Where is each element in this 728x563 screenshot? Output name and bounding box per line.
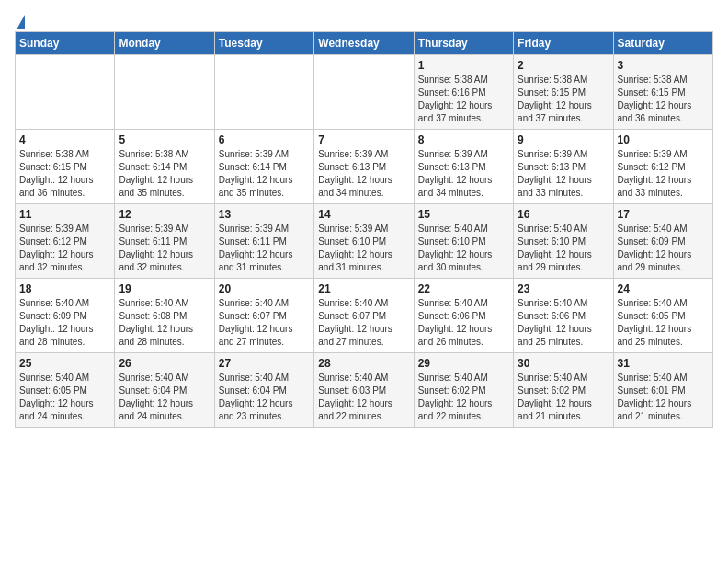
calendar-day-cell: 8Sunrise: 5:39 AM Sunset: 6:13 PM Daylig… (414, 130, 513, 204)
day-info-text: Sunrise: 5:40 AM Sunset: 6:02 PM Dayligh… (518, 372, 609, 423)
day-info-text: Sunrise: 5:40 AM Sunset: 6:04 PM Dayligh… (219, 372, 310, 423)
day-number: 16 (518, 208, 609, 221)
calendar-day-cell: 27Sunrise: 5:40 AM Sunset: 6:04 PM Dayli… (214, 353, 313, 428)
calendar-day-cell: 16Sunrise: 5:40 AM Sunset: 6:10 PM Dayli… (514, 204, 613, 279)
calendar-day-cell (214, 55, 313, 130)
day-info-text: Sunrise: 5:40 AM Sunset: 6:05 PM Dayligh… (618, 297, 709, 349)
day-number: 6 (219, 133, 310, 146)
day-number: 20 (219, 282, 310, 295)
calendar-day-cell: 24Sunrise: 5:40 AM Sunset: 6:05 PM Dayli… (613, 279, 712, 353)
day-info-text: Sunrise: 5:39 AM Sunset: 6:14 PM Dayligh… (219, 148, 310, 200)
calendar-day-cell: 31Sunrise: 5:40 AM Sunset: 6:01 PM Dayli… (613, 353, 712, 428)
day-info-text: Sunrise: 5:39 AM Sunset: 6:13 PM Dayligh… (318, 148, 409, 200)
day-info-text: Sunrise: 5:40 AM Sunset: 6:01 PM Dayligh… (618, 372, 709, 423)
day-info-text: Sunrise: 5:40 AM Sunset: 6:07 PM Dayligh… (318, 297, 409, 349)
day-info-text: Sunrise: 5:39 AM Sunset: 6:12 PM Dayligh… (618, 148, 709, 200)
day-number: 17 (618, 208, 709, 221)
calendar-day-cell: 26Sunrise: 5:40 AM Sunset: 6:04 PM Dayli… (115, 353, 214, 428)
day-number: 14 (318, 208, 409, 221)
calendar-day-cell: 1Sunrise: 5:38 AM Sunset: 6:16 PM Daylig… (414, 55, 513, 130)
calendar-day-cell: 3Sunrise: 5:38 AM Sunset: 6:15 PM Daylig… (613, 55, 712, 130)
day-of-week-header: Monday (115, 32, 214, 55)
day-info-text: Sunrise: 5:40 AM Sunset: 6:04 PM Dayligh… (119, 372, 210, 423)
day-info-text: Sunrise: 5:38 AM Sunset: 6:15 PM Dayligh… (618, 74, 709, 125)
calendar-day-cell: 7Sunrise: 5:39 AM Sunset: 6:13 PM Daylig… (314, 130, 414, 204)
calendar-day-cell (115, 55, 214, 130)
day-info-text: Sunrise: 5:40 AM Sunset: 6:07 PM Dayligh… (219, 297, 310, 349)
day-number: 26 (119, 357, 210, 370)
day-number: 2 (518, 59, 609, 72)
calendar-day-cell: 22Sunrise: 5:40 AM Sunset: 6:06 PM Dayli… (414, 279, 513, 353)
day-of-week-header: Saturday (613, 32, 712, 55)
day-info-text: Sunrise: 5:40 AM Sunset: 6:03 PM Dayligh… (318, 372, 409, 423)
day-info-text: Sunrise: 5:40 AM Sunset: 6:05 PM Dayligh… (19, 372, 110, 423)
calendar-day-cell (314, 55, 414, 130)
calendar-day-cell: 11Sunrise: 5:39 AM Sunset: 6:12 PM Dayli… (16, 204, 115, 279)
day-of-week-header: Sunday (16, 32, 115, 55)
day-number: 28 (318, 357, 409, 370)
day-number: 30 (518, 357, 609, 370)
day-number: 21 (318, 282, 409, 295)
calendar-week-row: 18Sunrise: 5:40 AM Sunset: 6:09 PM Dayli… (16, 279, 713, 353)
calendar-day-cell: 2Sunrise: 5:38 AM Sunset: 6:15 PM Daylig… (514, 55, 613, 130)
day-info-text: Sunrise: 5:38 AM Sunset: 6:15 PM Dayligh… (518, 74, 609, 125)
calendar-day-cell: 9Sunrise: 5:39 AM Sunset: 6:13 PM Daylig… (514, 130, 613, 204)
day-number: 25 (19, 357, 110, 370)
day-of-week-header: Thursday (414, 32, 513, 55)
day-of-week-header: Wednesday (314, 32, 414, 55)
calendar-week-row: 11Sunrise: 5:39 AM Sunset: 6:12 PM Dayli… (16, 204, 713, 279)
day-number: 29 (418, 357, 509, 370)
day-number: 12 (119, 208, 210, 221)
day-of-week-header: Tuesday (214, 32, 313, 55)
day-number: 3 (618, 59, 709, 72)
day-info-text: Sunrise: 5:39 AM Sunset: 6:12 PM Dayligh… (19, 223, 110, 274)
calendar-day-cell: 20Sunrise: 5:40 AM Sunset: 6:07 PM Dayli… (214, 279, 313, 353)
calendar-day-cell: 17Sunrise: 5:40 AM Sunset: 6:09 PM Dayli… (613, 204, 712, 279)
calendar-day-cell: 18Sunrise: 5:40 AM Sunset: 6:09 PM Dayli… (16, 279, 115, 353)
calendar-day-cell: 19Sunrise: 5:40 AM Sunset: 6:08 PM Dayli… (115, 279, 214, 353)
day-number: 15 (418, 208, 509, 221)
day-number: 31 (618, 357, 709, 370)
logo (15, 15, 25, 28)
calendar-day-cell: 6Sunrise: 5:39 AM Sunset: 6:14 PM Daylig… (214, 130, 313, 204)
calendar-day-cell: 25Sunrise: 5:40 AM Sunset: 6:05 PM Dayli… (16, 353, 115, 428)
day-number: 7 (318, 133, 409, 146)
calendar-week-row: 25Sunrise: 5:40 AM Sunset: 6:05 PM Dayli… (16, 353, 713, 428)
day-number: 5 (119, 133, 210, 146)
calendar-week-row: 4Sunrise: 5:38 AM Sunset: 6:15 PM Daylig… (16, 130, 713, 204)
day-number: 19 (119, 282, 210, 295)
day-number: 11 (19, 208, 110, 221)
day-info-text: Sunrise: 5:39 AM Sunset: 6:10 PM Dayligh… (318, 223, 409, 274)
day-info-text: Sunrise: 5:39 AM Sunset: 6:13 PM Dayligh… (518, 148, 609, 200)
day-info-text: Sunrise: 5:39 AM Sunset: 6:11 PM Dayligh… (219, 223, 310, 274)
logo-triangle-icon (17, 15, 25, 29)
day-number: 13 (219, 208, 310, 221)
day-info-text: Sunrise: 5:40 AM Sunset: 6:09 PM Dayligh… (19, 297, 110, 349)
calendar-day-cell: 4Sunrise: 5:38 AM Sunset: 6:15 PM Daylig… (16, 130, 115, 204)
day-number: 24 (618, 282, 709, 295)
day-info-text: Sunrise: 5:39 AM Sunset: 6:13 PM Dayligh… (418, 148, 509, 200)
day-info-text: Sunrise: 5:38 AM Sunset: 6:14 PM Dayligh… (119, 148, 210, 200)
day-info-text: Sunrise: 5:40 AM Sunset: 6:06 PM Dayligh… (518, 297, 609, 349)
day-number: 27 (219, 357, 310, 370)
day-info-text: Sunrise: 5:40 AM Sunset: 6:06 PM Dayligh… (418, 297, 509, 349)
calendar-day-cell: 14Sunrise: 5:39 AM Sunset: 6:10 PM Dayli… (314, 204, 414, 279)
calendar-day-cell: 21Sunrise: 5:40 AM Sunset: 6:07 PM Dayli… (314, 279, 414, 353)
page-header (15, 15, 713, 28)
calendar-day-cell (16, 55, 115, 130)
day-info-text: Sunrise: 5:38 AM Sunset: 6:16 PM Dayligh… (418, 74, 509, 125)
day-of-week-header: Friday (514, 32, 613, 55)
calendar-day-cell: 15Sunrise: 5:40 AM Sunset: 6:10 PM Dayli… (414, 204, 513, 279)
day-info-text: Sunrise: 5:40 AM Sunset: 6:08 PM Dayligh… (119, 297, 210, 349)
day-number: 8 (418, 133, 509, 146)
calendar-header-row: SundayMondayTuesdayWednesdayThursdayFrid… (16, 32, 713, 55)
calendar-day-cell: 28Sunrise: 5:40 AM Sunset: 6:03 PM Dayli… (314, 353, 414, 428)
day-number: 10 (618, 133, 709, 146)
day-number: 9 (518, 133, 609, 146)
calendar-day-cell: 30Sunrise: 5:40 AM Sunset: 6:02 PM Dayli… (514, 353, 613, 428)
day-info-text: Sunrise: 5:38 AM Sunset: 6:15 PM Dayligh… (19, 148, 110, 200)
day-number: 1 (418, 59, 509, 72)
day-number: 22 (418, 282, 509, 295)
calendar-week-row: 1Sunrise: 5:38 AM Sunset: 6:16 PM Daylig… (16, 55, 713, 130)
day-info-text: Sunrise: 5:40 AM Sunset: 6:10 PM Dayligh… (518, 223, 609, 274)
